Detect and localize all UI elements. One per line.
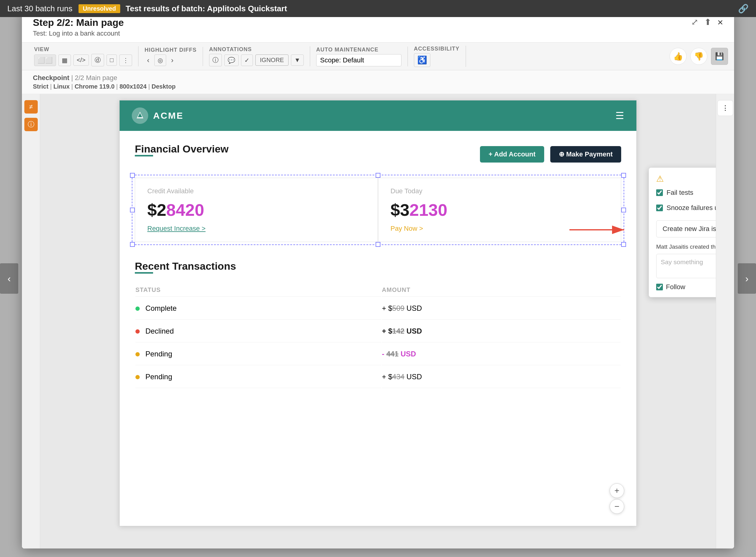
topbar-share-icon[interactable]: 🔗 (738, 4, 749, 14)
annotation-region-btn[interactable]: ✓ (241, 55, 253, 66)
say-something-placeholder: Say something (661, 258, 703, 265)
handle-ml[interactable] (130, 208, 135, 212)
financial-overview-section: Financial Overview + Add Account ⊕ Make … (120, 131, 636, 178)
zoom-out-btn[interactable]: − (610, 499, 624, 514)
indicator-strip: ≠ ⓘ (22, 94, 40, 549)
amount-header: AMOUNT (382, 283, 621, 297)
red-arrow (569, 224, 630, 236)
screenshot-view: ACME ☰ Financial Overview + Add Account … (40, 94, 716, 549)
annotation-comment-btn[interactable]: 💬 (224, 55, 239, 66)
snooze-label: Snooze failures until: (667, 204, 716, 212)
main-modal: Step 2/2: Main page Test: Log into a ban… (22, 8, 734, 549)
status-dot-orange (135, 352, 140, 356)
handle-bc[interactable] (375, 242, 381, 247)
diff-indicator[interactable]: ≠ (24, 100, 38, 114)
status-dot-green (135, 306, 140, 311)
next-diff-btn[interactable]: › (169, 55, 176, 66)
scope-dropdown[interactable]: Scope: Default (316, 54, 401, 66)
annotation-footer: Follow Post (656, 283, 716, 291)
amount-cell: + $509 USD (382, 297, 621, 320)
acme-menu-icon[interactable]: ☰ (615, 110, 624, 121)
status-text: Pending (146, 350, 172, 358)
prev-diff-btn[interactable]: ‹ (145, 55, 152, 66)
view-split-btn[interactable]: ⬜⬜ (34, 55, 56, 66)
transactions-title: Recent Transactions (135, 260, 621, 272)
transactions-underline (135, 272, 153, 274)
modal-share-icon[interactable]: ⤢ (691, 17, 698, 27)
acme-logo-text: ACME (153, 111, 183, 121)
status-cell: Declined (135, 320, 381, 343)
follow-row: Follow (656, 283, 686, 291)
zoom-controls: + − (610, 483, 624, 514)
status-dot-red (135, 329, 140, 333)
pay-now-link[interactable]: Pay Now > (391, 225, 423, 233)
diff-eye-btn[interactable]: ◎ (154, 55, 166, 66)
create-jira-btn[interactable]: Create new Jira issue (656, 221, 716, 237)
ignore-btn[interactable]: IGNORE (255, 55, 289, 66)
zoom-in-btn[interactable]: + (610, 483, 624, 498)
say-something-input[interactable]: Say something (656, 254, 716, 278)
warn-indicator[interactable]: ⓘ (24, 118, 38, 131)
breadcrumb: Checkpoint | 2/2 Main page (33, 74, 723, 82)
accessibility-section: ACCESSIBILITY ♿ (408, 46, 466, 67)
thumbs-up-btn[interactable]: 👍 (670, 48, 687, 65)
table-row: Pending + $434 USD (135, 366, 621, 388)
amount-strikethrough: 142 (392, 327, 404, 335)
status-cell: Pending (135, 366, 381, 388)
annotation-info-btn[interactable]: ⓘ (209, 54, 222, 66)
right-panel: ⋮ (716, 94, 734, 549)
acme-header: ACME ☰ (120, 100, 636, 131)
status-header: STATUS (135, 283, 381, 297)
highlight-diffs-label: HIGHLIGHT DIFFS (145, 47, 196, 53)
checkpoint-bar: Checkpoint | 2/2 Main page Strict | Linu… (22, 70, 734, 94)
add-account-btn[interactable]: + Add Account (480, 146, 544, 163)
top-bar: Last 30 batch runs Unresolved Test resul… (0, 0, 756, 17)
view-more-btn[interactable]: ⋮ (119, 55, 132, 66)
test-title: Test results of batch: Applitools Quicks… (126, 4, 287, 13)
unresolved-badge: Unresolved (79, 4, 120, 13)
table-row: Complete + $509 USD (135, 297, 621, 320)
table-row: Declined + $142 USD (135, 320, 621, 343)
make-payment-btn[interactable]: ⊕ Make Payment (550, 146, 621, 163)
nav-left-arrow[interactable]: ‹ (0, 263, 18, 294)
cards-selection-area: Credit Available $28420 Request Increase… (135, 178, 621, 242)
nav-right-arrow[interactable]: › (738, 263, 756, 294)
amount-cell: + $434 USD (382, 366, 621, 388)
transactions-section: Recent Transactions STATUS AMOUNT (120, 254, 636, 398)
cards-row: Credit Available $28420 Request Increase… (135, 178, 621, 242)
accessibility-icon-btn[interactable]: ♿ (414, 53, 430, 67)
auto-maintenance-section: AUTO MAINTENANCE Scope: Default (310, 47, 408, 66)
view-rect-btn[interactable]: □ (107, 55, 117, 66)
view-dom-btn[interactable]: ⓓ (91, 54, 104, 66)
table-row: Pending - 441 USD (135, 343, 621, 365)
financial-overview-title: Financial Overview (135, 143, 229, 155)
jira-row: Create new Jira issue ▼ (656, 221, 716, 237)
modal-test-label: Test: Log into a bank account (33, 30, 124, 37)
thumbs-down-btn[interactable]: 👎 (690, 48, 707, 65)
creator-row: Matt Jasaitis created this issue 1:51 PM (656, 243, 716, 250)
acme-app-screenshot: ACME ☰ Financial Overview + Add Account … (119, 100, 637, 526)
snooze-row: Snooze failures until: 📅 4 Mar 2024 (656, 202, 716, 214)
annotation-dropdown-btn[interactable]: ▼ (291, 55, 304, 66)
annotations-label: ANNOTATIONS (209, 46, 304, 53)
snooze-checkbox[interactable] (656, 205, 663, 211)
status-cell: Complete (135, 297, 381, 320)
view-code-btn[interactable]: </> (73, 55, 89, 66)
right-grid-btn[interactable]: ⋮ (717, 100, 733, 116)
fail-tests-checkbox[interactable] (656, 189, 663, 196)
handle-mr[interactable] (621, 208, 626, 212)
request-increase-link[interactable]: Request Increase > (147, 225, 206, 233)
amount-strikethrough: 441 (387, 350, 399, 358)
handle-bl[interactable] (130, 242, 135, 247)
modal-expand-icon[interactable]: ⬆ (704, 17, 711, 27)
save-btn[interactable]: 💾 (711, 48, 728, 65)
accessibility-label: ACCESSIBILITY (414, 46, 459, 52)
view-label: VIEW (34, 46, 132, 53)
status-dot-orange-2 (135, 375, 140, 379)
follow-checkbox[interactable] (656, 284, 663, 290)
handle-br[interactable] (621, 242, 626, 247)
toolbar: VIEW ⬜⬜ ▦ </> ⓓ □ ⋮ HIGHLIGHT DIFFS ‹ ◎ … (22, 42, 734, 70)
view-layers-btn[interactable]: ▦ (58, 55, 71, 66)
modal-close-button[interactable]: × (717, 17, 723, 27)
due-amount: $32130 (391, 200, 609, 220)
